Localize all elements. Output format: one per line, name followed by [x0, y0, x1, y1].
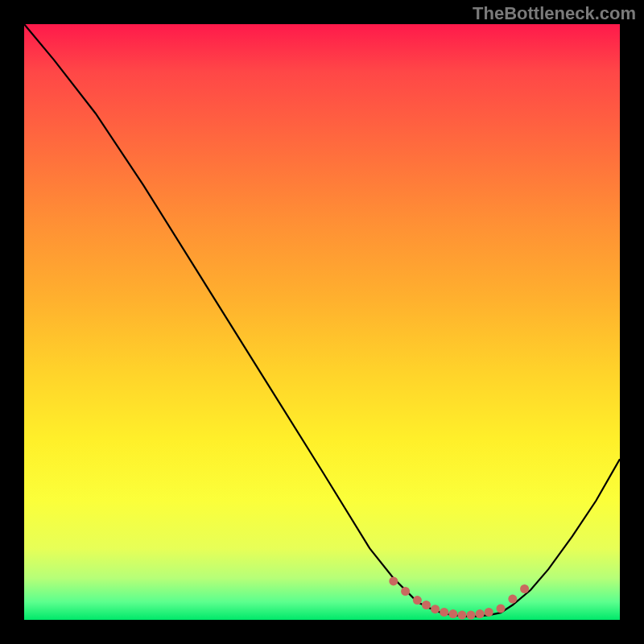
highlight-dot: [485, 608, 493, 617]
highlight-dot: [413, 596, 422, 605]
highlight-dot: [401, 587, 410, 596]
highlight-dot: [448, 609, 457, 618]
highlight-dot: [440, 608, 448, 617]
highlight-dot: [467, 611, 476, 620]
highlight-dot: [431, 605, 440, 613]
highlight-dot: [457, 611, 466, 620]
chart-frame: TheBottleneck.com: [0, 0, 644, 644]
highlight-dot: [520, 584, 529, 593]
highlight-dot: [497, 604, 506, 613]
watermark-text: TheBottleneck.com: [473, 3, 636, 24]
plot-area: [24, 24, 620, 620]
highlight-dot: [389, 576, 398, 585]
highlight-dots: [389, 576, 529, 619]
chart-svg: [24, 24, 620, 620]
bottleneck-curve: [24, 24, 620, 617]
highlight-dot: [422, 601, 431, 609]
highlight-dot: [508, 595, 517, 604]
highlight-dot: [476, 609, 485, 618]
